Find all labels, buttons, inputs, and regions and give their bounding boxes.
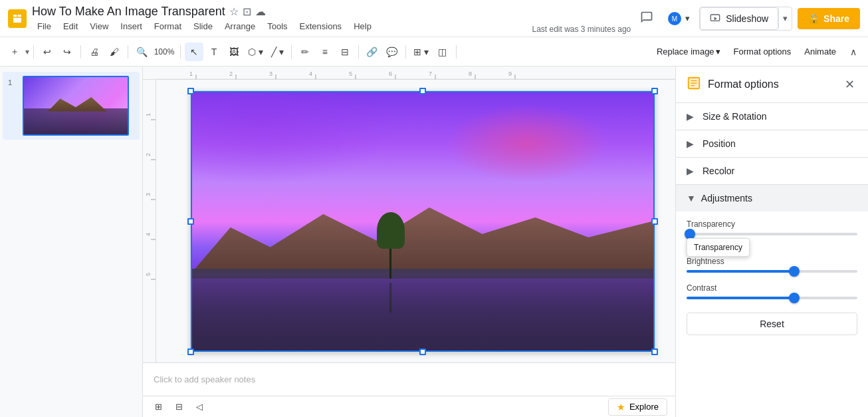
meet-button[interactable]: M ▾ xyxy=(663,7,694,31)
slide-preview-image-1 xyxy=(24,77,128,134)
position-header[interactable]: ▶ Position xyxy=(676,130,868,157)
menu-arrange[interactable]: Arrange xyxy=(219,20,261,33)
menu-view[interactable]: View xyxy=(84,20,114,33)
folder-icon[interactable]: ⊡ xyxy=(243,5,251,18)
canvas-area: 1 2 3 4 5 6 7 8 9 xyxy=(143,67,675,417)
explore-button[interactable]: ★ Explore xyxy=(608,398,667,416)
brightness-group: Brightness xyxy=(687,257,857,273)
contrast-group: Contrast xyxy=(687,283,857,299)
transparency-label: Transparency xyxy=(687,219,857,229)
hide-panel-button[interactable]: ◁ xyxy=(192,399,207,414)
size-rotation-header[interactable]: ▶ Size & Rotation xyxy=(676,103,868,130)
toolbar-right: Replace image ▾ Format options Animate ∧ xyxy=(651,43,863,61)
share-button[interactable]: 🔒 Share xyxy=(798,8,860,29)
separator xyxy=(405,45,406,59)
toolbar-collapse-button[interactable]: ∧ xyxy=(844,43,863,61)
menu-format[interactable]: Format xyxy=(149,20,187,33)
menu-tools[interactable]: Tools xyxy=(262,20,292,33)
transparency-tooltip: Transparency xyxy=(687,238,750,257)
print-button[interactable]: 🖨 xyxy=(85,43,104,61)
cloud-icon[interactable]: ☁ xyxy=(255,5,266,18)
zoom-out-button[interactable]: 🔍 xyxy=(132,43,151,61)
svg-text:2: 2 xyxy=(229,70,233,77)
textbox-button[interactable]: T xyxy=(205,43,223,61)
star-icon[interactable]: ☆ xyxy=(229,5,239,18)
separator xyxy=(33,45,34,59)
mask-button[interactable]: ◫ xyxy=(433,43,452,61)
handle-bottom-right[interactable] xyxy=(651,348,658,355)
crop-button[interactable]: ⊞ ▾ xyxy=(410,43,432,61)
handle-middle-right[interactable] xyxy=(651,218,658,225)
slideshow-button[interactable]: Slideshow xyxy=(700,7,778,30)
svg-rect-2 xyxy=(13,17,21,22)
svg-text:2: 2 xyxy=(145,153,152,156)
menu-bar: File Edit View Insert Format Slide Arran… xyxy=(32,20,526,33)
svg-text:9: 9 xyxy=(508,70,512,77)
format-panel-close-button[interactable]: ✕ xyxy=(842,74,857,94)
animate-button[interactable]: Animate xyxy=(799,44,841,59)
comment-button[interactable] xyxy=(636,7,657,30)
image-button[interactable]: 🖼 xyxy=(225,43,243,61)
redo-button[interactable]: ↪ xyxy=(58,43,76,61)
grid-view-button[interactable]: ⊞ xyxy=(151,399,166,414)
brightness-slider[interactable] xyxy=(687,270,857,273)
insert-button[interactable]: ＋ xyxy=(5,43,24,61)
shapes-button[interactable]: ⬡ ▾ xyxy=(245,43,267,61)
pen-button[interactable]: ✏ xyxy=(296,43,314,61)
handle-top-left[interactable] xyxy=(187,88,194,94)
adjustments-header[interactable]: ▼ Adjustments xyxy=(676,185,868,211)
handle-middle-left[interactable] xyxy=(187,218,194,225)
paint-format-button[interactable]: 🖌 xyxy=(105,43,124,61)
transparency-slider[interactable] xyxy=(687,233,857,235)
menu-slide[interactable]: Slide xyxy=(188,20,218,33)
format-options-button[interactable]: Format options xyxy=(728,44,797,59)
brightness-fill xyxy=(687,270,794,273)
ruler-vertical: 1 2 3 4 5 xyxy=(143,80,156,362)
doc-title-text: How To Make An Image Transparent xyxy=(32,5,225,19)
undo-button[interactable]: ↩ xyxy=(38,43,56,61)
line-button[interactable]: ╱ ▾ xyxy=(268,43,287,61)
filmstrip-view-button[interactable]: ⊟ xyxy=(171,399,187,414)
slideshow-dropdown-button[interactable]: ▾ xyxy=(778,8,792,29)
replace-image-dropdown-icon: ▾ xyxy=(716,47,720,57)
menu-help[interactable]: Help xyxy=(348,20,377,33)
link-button[interactable]: 🔗 xyxy=(363,43,381,61)
size-rotation-arrow: ▶ xyxy=(687,111,697,122)
doc-title: How To Make An Image Transparent ☆ ⊡ ☁ xyxy=(32,5,526,19)
format-panel: Format options ✕ ▶ Size & Rotation ▶ Pos… xyxy=(675,67,868,417)
menu-file[interactable]: File xyxy=(32,20,56,33)
line-weight-button[interactable]: ⊟ xyxy=(336,43,354,61)
slide-canvas[interactable] xyxy=(190,90,655,352)
contrast-label: Contrast xyxy=(687,283,857,293)
svg-marker-6 xyxy=(714,17,717,20)
canvas-scroll-area[interactable] xyxy=(156,80,675,362)
line-style-button[interactable]: ≡ xyxy=(316,43,334,61)
menu-extensions[interactable]: Extensions xyxy=(294,20,348,33)
reset-button[interactable]: Reset xyxy=(687,313,857,335)
menu-insert[interactable]: Insert xyxy=(115,20,148,33)
menu-edit[interactable]: Edit xyxy=(58,20,83,33)
insert-dropdown[interactable]: ▾ xyxy=(25,47,29,57)
bottom-bar: ⊞ ⊟ ◁ ★ Explore xyxy=(143,396,675,417)
explore-icon: ★ xyxy=(617,402,625,412)
app-icon xyxy=(8,9,27,28)
speaker-notes-area[interactable]: Click to add speaker notes xyxy=(143,362,675,396)
svg-text:5: 5 xyxy=(349,70,352,77)
contrast-thumb xyxy=(789,293,800,303)
recolor-arrow: ▶ xyxy=(687,166,697,176)
select-tool[interactable]: ↖ xyxy=(185,43,203,61)
adjustments-section: ▼ Adjustments Transparency Transparency xyxy=(676,185,868,343)
handle-bottom-left[interactable] xyxy=(187,348,194,355)
handle-top-right[interactable] xyxy=(651,88,658,94)
handle-top-center[interactable] xyxy=(419,88,426,94)
format-panel-icon xyxy=(687,76,701,94)
svg-text:1: 1 xyxy=(145,113,152,116)
replace-image-button[interactable]: Replace image ▾ xyxy=(651,44,726,59)
speaker-notes-placeholder[interactable]: Click to add speaker notes xyxy=(154,374,255,384)
handle-bottom-center[interactable] xyxy=(419,348,426,355)
comment-tb-button[interactable]: 💬 xyxy=(383,43,401,61)
slide-thumbnail-1[interactable]: 1 xyxy=(3,72,140,140)
recolor-header[interactable]: ▶ Recolor xyxy=(676,158,868,184)
ruler-horizontal: 1 2 3 4 5 6 7 8 9 xyxy=(143,67,675,80)
contrast-slider[interactable] xyxy=(687,297,857,299)
